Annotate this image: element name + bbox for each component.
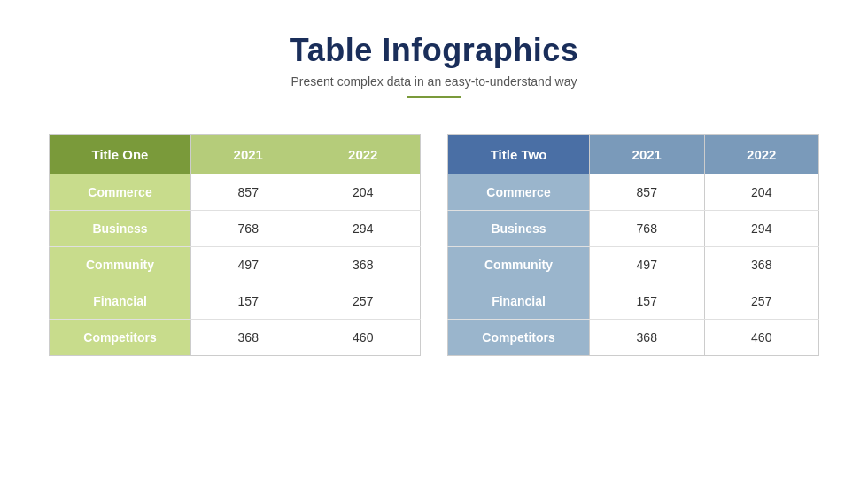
table-two-row-val1: 497 (590, 247, 705, 283)
table-two-header-title: Title Two (448, 135, 590, 175)
table-one-row-label: Community (50, 247, 191, 283)
table-one-row-label: Financial (50, 283, 191, 320)
table-two-row-val2: 294 (704, 211, 819, 247)
table-two: Title Two 2021 2022 Commerce 857 204 Bus… (447, 134, 819, 356)
table-one-row-val1: 157 (191, 283, 306, 320)
table-row: Competitors 368 460 (50, 320, 421, 356)
table-two-row-val2: 257 (704, 283, 819, 320)
table-two-row-label: Commerce (448, 174, 590, 211)
table-row: Community 497 368 (50, 247, 421, 283)
table-one-row-val1: 368 (191, 320, 306, 356)
table-row: Financial 157 257 (448, 283, 819, 320)
table-row: Business 768 294 (448, 211, 819, 247)
table-row: Business 768 294 (50, 211, 421, 247)
table-one-header-col2: 2022 (306, 135, 421, 175)
table-row: Community 497 368 (448, 247, 819, 283)
page-subtitle: Present complex data in an easy-to-under… (290, 74, 578, 89)
table-two-row-label: Competitors (448, 320, 590, 356)
table-two-row-val1: 857 (590, 174, 705, 211)
table-two-header-col2: 2022 (704, 135, 819, 175)
table-one-row-val2: 204 (306, 174, 421, 211)
table-one-row-label: Commerce (50, 174, 191, 211)
table-one-row-val2: 294 (306, 211, 421, 247)
table-two-row-val2: 204 (704, 174, 819, 211)
table-one-row-label: Competitors (50, 320, 191, 356)
table-one-row-val1: 768 (191, 211, 306, 247)
table-one-row-val2: 460 (306, 320, 421, 356)
table-row: Financial 157 257 (50, 283, 421, 320)
table-row: Commerce 857 204 (50, 174, 421, 211)
table-one-row-val2: 257 (306, 283, 421, 320)
table-one-header-title: Title One (50, 135, 191, 175)
table-two-header-col1: 2021 (590, 135, 705, 175)
tables-container: Title One 2021 2022 Commerce 857 204 Bus… (49, 134, 819, 356)
table-one-row-val1: 497 (191, 247, 306, 283)
table-two-row-val1: 768 (590, 211, 705, 247)
table-one-row-val1: 857 (191, 174, 306, 211)
table-two-row-val2: 368 (704, 247, 819, 283)
table-two-row-val2: 460 (704, 320, 819, 356)
page-header: Table Infographics Present complex data … (290, 32, 578, 98)
table-one-row-val2: 368 (306, 247, 421, 283)
table-two-row-label: Financial (448, 283, 590, 320)
page-title: Table Infographics (290, 32, 578, 69)
table-two-row-label: Community (448, 247, 590, 283)
title-underline (407, 96, 461, 98)
table-one: Title One 2021 2022 Commerce 857 204 Bus… (49, 134, 421, 356)
table-row: Competitors 368 460 (448, 320, 819, 356)
table-row: Commerce 857 204 (448, 174, 819, 211)
table-two-row-label: Business (448, 211, 590, 247)
table-two-row-val1: 157 (590, 283, 705, 320)
table-two-row-val1: 368 (590, 320, 705, 356)
table-one-row-label: Business (50, 211, 191, 247)
table-one-header-col1: 2021 (191, 135, 306, 175)
